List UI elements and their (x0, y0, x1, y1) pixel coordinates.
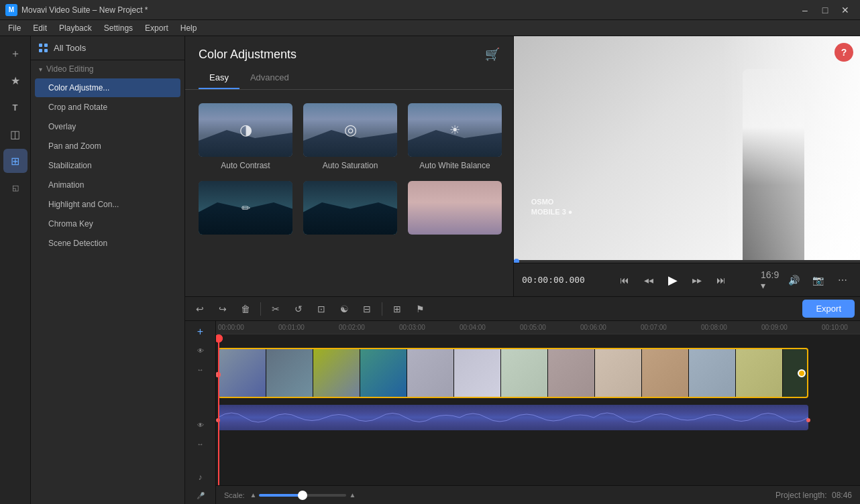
titles-button[interactable]: T (3, 95, 28, 119)
menu-item-edit[interactable]: Edit (28, 22, 52, 34)
timeline-toolbar: ↩ ↪ 🗑 ✂ ↺ ⊡ ☯ ⊟ ⊞ ⚑ Export (185, 297, 860, 321)
redo-button[interactable]: ↪ (213, 300, 232, 318)
tool-card-4[interactable]: ✏ (199, 181, 292, 239)
audio-track-content[interactable] (218, 405, 808, 430)
skip-to-start-button[interactable]: ⏮ (615, 271, 634, 290)
volume-button[interactable]: 🔊 (785, 271, 804, 290)
music-button[interactable]: ♪ (191, 469, 210, 485)
ruler-mark-10: 00:10:00 (822, 324, 848, 331)
filter-button[interactable]: ⊟ (358, 300, 376, 318)
video-track-content[interactable] (218, 348, 808, 398)
film-thumb-1 (219, 349, 266, 398)
menu-item-help[interactable]: Help (175, 22, 203, 34)
tool-card-4-thumbnail: ✏ (199, 181, 292, 235)
menu-item-file[interactable]: File (3, 22, 26, 34)
add-media-button[interactable]: ＋ (3, 42, 28, 66)
maximize-button[interactable]: □ (816, 3, 835, 17)
film-thumb-9 (595, 349, 642, 398)
tool-card-5-thumbnail (303, 181, 397, 235)
tool-card-6[interactable] (408, 181, 502, 239)
auto-contrast-card[interactable]: ◑ Auto Contrast (199, 103, 292, 170)
video-track (216, 348, 860, 401)
timeline-tracks (216, 334, 860, 485)
screenshot-button[interactable]: 📷 (809, 271, 828, 290)
tool-panel: Color Adjustments 🛒 Easy Advanced ◑ Auto… (185, 36, 514, 296)
film-thumb-7 (501, 349, 548, 398)
timeline-area: ↩ ↪ 🗑 ✂ ↺ ⊡ ☯ ⊟ ⊞ ⚑ Export + 👁 (185, 296, 860, 504)
side-item-0[interactable]: Color Adjustme... (35, 78, 180, 97)
preview-progress-bar[interactable] (514, 260, 860, 263)
ruler-mark-1: 00:01:00 (278, 324, 305, 331)
more-options-button[interactable]: ⋯ (833, 271, 852, 290)
crop-button[interactable]: ⊡ (312, 300, 331, 318)
audio-end-marker[interactable] (806, 418, 810, 422)
play-button[interactable]: ▶ (663, 271, 682, 290)
ruler-mark-6: 00:06:00 (580, 324, 606, 331)
overlays-button[interactable]: ◱ (3, 176, 28, 200)
side-item-8[interactable]: Scene Detection (35, 234, 180, 253)
side-item-4[interactable]: Stabilization (35, 156, 180, 175)
auto-white-balance-card[interactable]: ☀ Auto White Balance (408, 103, 502, 170)
next-frame-button[interactable]: ▸▸ (688, 271, 706, 290)
flag-button[interactable]: ⚑ (411, 300, 429, 318)
film-thumb-5 (407, 349, 454, 398)
menu-item-playback[interactable]: Playback (54, 22, 97, 34)
track-toggle-2[interactable]: ↔ (191, 361, 210, 377)
tab-advanced[interactable]: Advanced (239, 67, 300, 89)
video-editing-section[interactable]: ▾ Video Editing (31, 60, 184, 78)
tool-panel-header: Color Adjustments 🛒 (185, 36, 513, 67)
cart-icon[interactable]: 🛒 (485, 47, 500, 62)
side-item-5[interactable]: Animation (35, 176, 180, 194)
minimize-button[interactable]: – (796, 3, 814, 17)
undo-button[interactable]: ↩ (191, 300, 209, 318)
favorites-button[interactable]: ★ (3, 68, 28, 92)
app-logo: M (5, 4, 17, 16)
tab-easy[interactable]: Easy (199, 67, 239, 89)
film-thumb-11 (689, 349, 736, 398)
close-button[interactable]: ✕ (836, 3, 855, 17)
side-item-1[interactable]: Crop and Rotate (35, 98, 180, 117)
track-toggle-1[interactable]: 👁 (191, 342, 210, 359)
project-length-value: 08:46 (832, 491, 852, 500)
loop-button[interactable]: ↺ (289, 300, 308, 318)
all-tools-label: All Tools (54, 43, 86, 53)
ruler-mark-0: 00:00:00 (218, 324, 244, 331)
voiceover-button[interactable]: 🎤 (191, 488, 210, 504)
menu-item-settings[interactable]: Settings (99, 22, 138, 34)
audio-track-expand[interactable]: ↔ (191, 436, 210, 452)
add-track-button[interactable]: + (191, 324, 210, 340)
window-controls: – □ ✕ (796, 3, 855, 17)
aspect-ratio-select[interactable]: 16:9 ▾ (761, 271, 780, 290)
timecode-display: 00:00:00.000 (522, 275, 585, 285)
grid-icon (39, 44, 48, 53)
skip-to-end-button[interactable]: ⏭ (712, 271, 731, 290)
chevron-down-icon: ▾ (39, 66, 42, 73)
delete-button[interactable]: 🗑 (236, 300, 255, 318)
playhead-marker (216, 334, 223, 342)
audio-track-toggle[interactable]: 👁 (191, 418, 210, 434)
playhead[interactable] (218, 334, 219, 485)
side-item-6[interactable]: Highlight and Con... (35, 195, 180, 214)
side-item-3[interactable]: Pan and Zoom (35, 137, 180, 155)
waveform-svg (218, 405, 808, 430)
export-button[interactable]: Export (802, 300, 855, 318)
tool-card-4-icon: ✏ (241, 202, 250, 214)
film-thumb-3 (313, 349, 360, 398)
color-adjust-button[interactable]: ☯ (335, 300, 354, 318)
filters-button[interactable]: ⊞ (3, 149, 28, 173)
tool-card-5[interactable] (303, 181, 397, 239)
auto-saturation-card[interactable]: ◎ Auto Saturation (303, 103, 397, 170)
pip-button[interactable]: ⊞ (388, 300, 407, 318)
prev-frame-button[interactable]: ◂◂ (639, 271, 658, 290)
scale-increase-icon: ▲ (349, 491, 356, 499)
menu-item-export[interactable]: Export (140, 22, 174, 34)
help-button[interactable]: ? (835, 43, 853, 62)
cut-button[interactable]: ✂ (266, 300, 285, 318)
playback-center: ⏮ ◂◂ ▶ ▸▸ ⏭ (615, 271, 731, 290)
preview-position-dot (514, 259, 519, 263)
transitions-button[interactable]: ◫ (3, 122, 28, 146)
side-item-7[interactable]: Chroma Key (35, 214, 180, 233)
scale-decrease-icon: ▲ (250, 491, 257, 499)
scale-slider[interactable] (259, 494, 346, 497)
side-item-2[interactable]: Overlay (35, 117, 180, 136)
